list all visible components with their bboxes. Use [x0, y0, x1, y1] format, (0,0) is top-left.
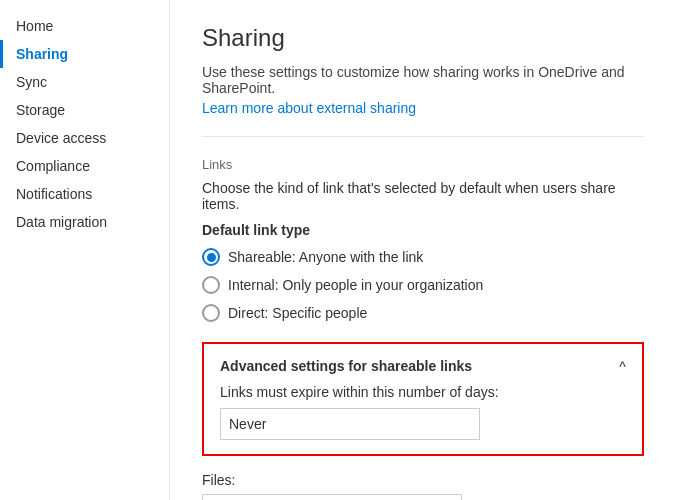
advanced-settings-box: Advanced settings for shareable links ^ …: [202, 342, 644, 456]
sidebar-item-sync[interactable]: Sync: [0, 68, 169, 96]
sidebar-item-sharing[interactable]: Sharing: [0, 40, 169, 68]
sidebar-item-notifications[interactable]: Notifications: [0, 180, 169, 208]
sharing-description: Use these settings to customize how shar…: [202, 64, 644, 96]
advanced-settings-title: Advanced settings for shareable links: [220, 358, 472, 374]
radio-option-shareable[interactable]: Shareable: Anyone with the link: [202, 248, 644, 266]
links-section-title: Links: [202, 157, 644, 172]
sidebar-item-storage[interactable]: Storage: [0, 96, 169, 124]
link-type-radio-group: Shareable: Anyone with the linkInternal:…: [202, 248, 644, 322]
default-link-type-label: Default link type: [202, 222, 644, 238]
sidebar-item-compliance[interactable]: Compliance: [0, 152, 169, 180]
radio-unselected-icon: [202, 276, 220, 294]
learn-more-link[interactable]: Learn more about external sharing: [202, 100, 416, 116]
sidebar-item-home[interactable]: Home: [0, 12, 169, 40]
files-label: Files:: [202, 472, 644, 488]
radio-label-internal: Internal: Only people in your organizati…: [228, 277, 483, 293]
chevron-up-icon[interactable]: ^: [619, 359, 626, 373]
main-content: Sharing Use these settings to customize …: [170, 0, 676, 500]
links-section-desc: Choose the kind of link that's selected …: [202, 180, 644, 212]
radio-unselected-icon: [202, 304, 220, 322]
sidebar: HomeSharingSyncStorageDevice accessCompl…: [0, 0, 170, 500]
advanced-settings-header: Advanced settings for shareable links ^: [220, 358, 626, 374]
expiry-label: Links must expire within this number of …: [220, 384, 626, 400]
radio-option-internal[interactable]: Internal: Only people in your organizati…: [202, 276, 644, 294]
files-dropdown[interactable]: View, edit, and upload ⌄: [202, 494, 462, 500]
radio-label-direct: Direct: Specific people: [228, 305, 367, 321]
expiry-input[interactable]: [220, 408, 480, 440]
files-section: Files: View, edit, and upload ⌄: [202, 472, 644, 500]
radio-selected-icon: [202, 248, 220, 266]
sidebar-item-device-access[interactable]: Device access: [0, 124, 169, 152]
radio-label-shareable: Shareable: Anyone with the link: [228, 249, 423, 265]
divider: [202, 136, 644, 137]
sidebar-item-data-migration[interactable]: Data migration: [0, 208, 169, 236]
radio-option-direct[interactable]: Direct: Specific people: [202, 304, 644, 322]
page-title: Sharing: [202, 24, 644, 52]
